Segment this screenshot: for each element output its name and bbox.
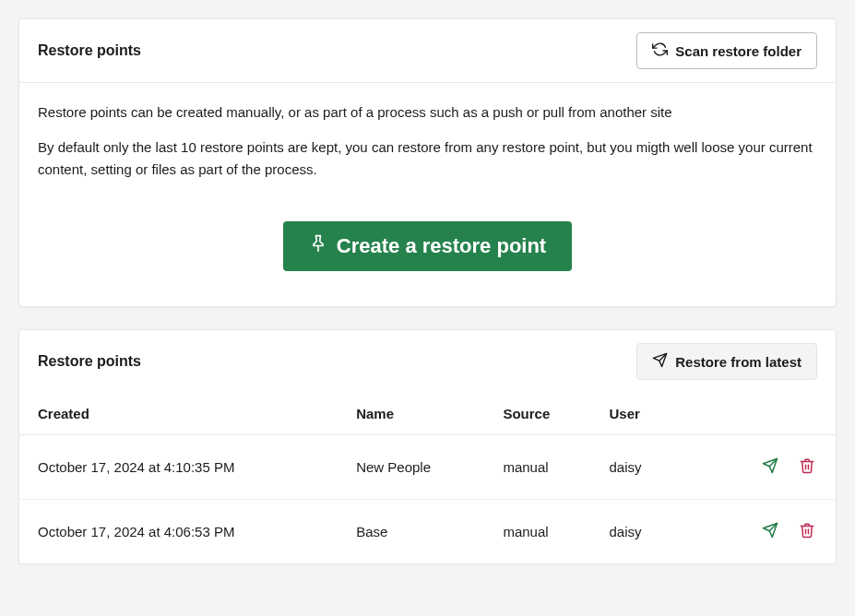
cell-created: October 17, 2024 at 4:06:53 PM: [19, 500, 338, 564]
cell-name: New People: [338, 435, 484, 500]
create-button-label: Create a restore point: [337, 234, 546, 258]
cell-user: daisy: [590, 500, 713, 564]
description: Restore points can be created manually, …: [38, 101, 817, 181]
create-restore-point-button[interactable]: Create a restore point: [283, 221, 572, 271]
created-value: October 17, 2024 at 4:10:35 PM: [38, 459, 234, 475]
restore-row-button[interactable]: [760, 456, 780, 479]
cell-name: Base: [338, 500, 484, 564]
panel-title: Restore points: [38, 42, 141, 59]
scan-button-label: Scan restore folder: [675, 43, 802, 59]
table-row: October 17, 2024 at 4:10:35 PM New Peopl…: [19, 435, 836, 500]
create-button-wrap: Create a restore point: [38, 194, 817, 288]
cell-actions: [713, 500, 836, 564]
th-name: Name: [338, 393, 484, 435]
panel-header: Restore points Restore from latest: [19, 330, 836, 393]
table-header-row: Created Name Source User: [19, 393, 836, 435]
th-actions: [713, 393, 836, 435]
send-icon: [762, 522, 778, 541]
panel-body: Restore points can be created manually, …: [19, 83, 836, 306]
restore-row-button[interactable]: [760, 520, 780, 543]
restore-points-list-panel: Restore points Restore from latest Creat…: [18, 329, 837, 564]
trash-icon: [799, 457, 815, 477]
table-row: October 17, 2024 at 4:06:53 PM Base manu…: [19, 500, 836, 564]
row-actions: [731, 456, 817, 479]
name-value: New People: [356, 459, 431, 475]
send-icon: [762, 457, 778, 477]
name-value: Base: [356, 524, 387, 539]
row-actions: [731, 520, 817, 543]
restore-points-table: Created Name Source User October 17, 202…: [19, 393, 836, 563]
delete-row-button[interactable]: [797, 456, 817, 479]
user-value: daisy: [609, 459, 641, 475]
trash-icon: [799, 522, 815, 541]
th-created: Created: [19, 393, 338, 435]
th-user: User: [590, 393, 713, 435]
user-value: daisy: [609, 524, 641, 539]
description-line-1: Restore points can be created manually, …: [38, 101, 817, 124]
pin-icon: [309, 234, 327, 258]
description-line-2: By default only the last 10 restore poin…: [38, 136, 817, 181]
th-source: Source: [484, 393, 590, 435]
restore-latest-label: Restore from latest: [675, 354, 802, 370]
panel-header: Restore points Scan restore folder: [19, 19, 836, 83]
panel-title: Restore points: [38, 353, 141, 370]
scan-restore-folder-button[interactable]: Scan restore folder: [636, 32, 817, 69]
cell-source: manual: [484, 500, 590, 564]
cell-user: daisy: [590, 435, 713, 500]
created-value: October 17, 2024 at 4:06:53 PM: [38, 524, 234, 539]
refresh-icon: [652, 41, 668, 60]
source-value: manual: [503, 524, 548, 539]
restore-from-latest-button[interactable]: Restore from latest: [636, 343, 817, 380]
restore-points-intro-panel: Restore points Scan restore folder Resto…: [18, 18, 837, 307]
delete-row-button[interactable]: [797, 520, 817, 543]
source-value: manual: [503, 459, 548, 475]
send-icon: [652, 352, 668, 371]
cell-created: October 17, 2024 at 4:10:35 PM: [19, 435, 338, 500]
cell-source: manual: [484, 435, 590, 500]
cell-actions: [713, 435, 836, 500]
